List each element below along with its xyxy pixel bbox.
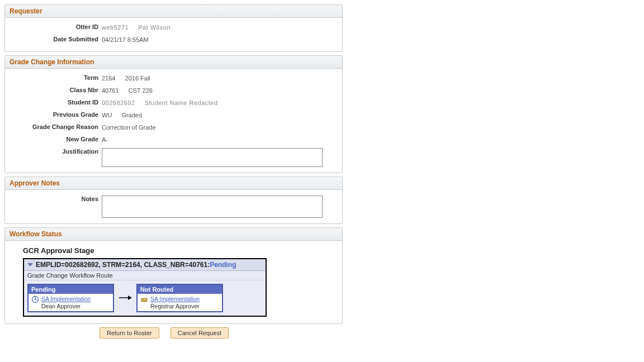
workflow-step-pending: Pending SA Implementation Dean Approver (27, 284, 114, 312)
arrow-right-icon (119, 294, 132, 302)
workflow-step-link[interactable]: SA Implementation (41, 296, 91, 302)
requester-panel: Requester Otter ID web5271 Pat Wilson Da… (4, 4, 343, 52)
date-submitted-label: Date Submitted (10, 36, 102, 42)
workflow-status-header: Workflow Status (5, 228, 342, 241)
class-nbr-value: 40761 (102, 87, 119, 94)
student-id-value: 002682692 (102, 99, 135, 106)
term-label: Term (10, 74, 102, 81)
grade-change-reason-label: Grade Change Reason (10, 123, 102, 130)
collapse-triangle-icon[interactable] (27, 263, 33, 266)
workflow-step-status: Pending (29, 285, 113, 294)
term-desc: 2016 Fall (125, 75, 150, 82)
otter-id-name: Pat Wilson (138, 24, 171, 31)
student-name: Student Name Redacted (145, 99, 218, 106)
cancel-request-button[interactable]: Cancel Request (171, 327, 229, 339)
class-nbr-label: Class Nbr (10, 87, 102, 93)
svg-marker-2 (128, 296, 132, 300)
student-id-label: Student ID (10, 99, 102, 106)
new-grade-value: A- (102, 136, 108, 143)
workflow-header-bar[interactable]: EMPLID=002682692, STRM=2164, CLASS_NBR=4… (24, 259, 266, 271)
notes-label: Notes (10, 196, 102, 202)
new-grade-label: New Grade (10, 136, 102, 142)
workflow-step-role: Registrar Approver (150, 303, 200, 309)
gcr-stage-title: GCR Approval Stage (23, 246, 338, 255)
previous-grade-basis: Graded (121, 112, 142, 118)
return-to-roster-button[interactable]: Return to Roster (100, 327, 159, 339)
workflow-step-link[interactable]: SA Implementation (150, 296, 200, 302)
workflow-step-status: Not Routed (138, 285, 222, 294)
grade-change-panel: Grade Change Information Term 2164 2016 … (4, 55, 343, 173)
previous-grade-label: Previous Grade (10, 111, 102, 118)
workflow-box: EMPLID=002682692, STRM=2164, CLASS_NBR=4… (23, 258, 267, 317)
otter-id-value: web5271 (102, 24, 129, 31)
clock-icon (31, 296, 39, 304)
justification-input[interactable] (102, 148, 323, 167)
notes-input[interactable] (102, 196, 323, 218)
approver-notes-panel: Approver Notes Notes (4, 177, 343, 224)
term-code: 2164 (102, 75, 115, 82)
workflow-header-status: Pending (210, 261, 236, 269)
requester-panel-header: Requester (5, 5, 342, 18)
approver-notes-header: Approver Notes (5, 177, 342, 190)
workflow-step-not-routed: Not Routed SA Implementation Registrar A… (136, 284, 223, 312)
workflow-header-text: EMPLID=002682692, STRM=2164, CLASS_NBR=4… (36, 261, 210, 269)
grade-change-header: Grade Change Information (5, 56, 342, 69)
justification-label: Justification (10, 148, 102, 155)
date-submitted-value: 04/21/17 8:55AM (102, 36, 149, 43)
workflow-route-title: Grade Change Workflow Route (24, 271, 266, 280)
grade-change-reason-value: Correction of Grade (102, 123, 156, 131)
previous-grade-value: WU (102, 112, 112, 118)
class-nbr-desc: CST 226 (129, 87, 153, 94)
workflow-status-panel: Workflow Status GCR Approval Stage EMPLI… (4, 227, 343, 324)
otter-id-label: Otter ID (10, 23, 102, 30)
workflow-step-role: Dean Approver (41, 303, 80, 309)
inbox-icon (140, 296, 148, 304)
